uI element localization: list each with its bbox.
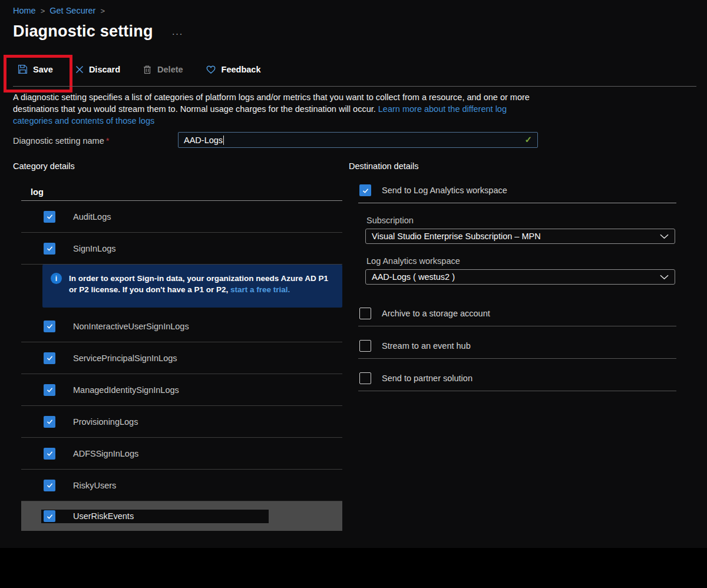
destination-option[interactable]: Archive to a storage account	[359, 308, 676, 319]
category-row[interactable]: ManagedIdentitySignInLogs	[21, 374, 342, 406]
destination-checkbox[interactable]	[359, 340, 371, 352]
discard-icon	[75, 65, 84, 74]
info-icon: i	[51, 273, 62, 284]
category-checkbox[interactable]	[44, 384, 55, 396]
breadcrumb-home[interactable]: Home	[13, 6, 36, 15]
signin-banner-text: In order to export Sign-in data, your or…	[69, 273, 334, 295]
workspace-dropdown[interactable]: AAD-Logs ( westus2 )	[365, 269, 675, 285]
category-label: ADFSSignInLogs	[73, 449, 138, 458]
discard-label: Discard	[89, 65, 120, 74]
check-icon	[46, 322, 54, 330]
breadcrumb-separator: >	[100, 6, 105, 15]
check-icon	[46, 213, 54, 220]
destination-options-list: Archive to a storage account Stream to a…	[349, 308, 676, 391]
category-checkbox[interactable]	[44, 243, 55, 255]
name-label-text: Diagnostic setting name	[13, 136, 104, 146]
log-group-header: log	[31, 187, 44, 197]
category-row[interactable]: AuditLogs	[21, 201, 342, 233]
category-row[interactable]: SignInLogs	[21, 233, 342, 265]
feedback-label: Feedback	[222, 65, 261, 74]
send-to-log-analytics-checkbox[interactable]	[359, 184, 371, 196]
check-icon	[46, 354, 54, 362]
workspace-label: Log Analytics workspace	[366, 256, 676, 266]
category-label: SignInLogs	[73, 244, 116, 253]
destination-option-label: Archive to a storage account	[382, 309, 490, 318]
category-label: ProvisioningLogs	[73, 417, 138, 427]
destination-checkbox[interactable]	[359, 372, 371, 384]
category-label: NonInteractiveUserSignInLogs	[73, 322, 189, 331]
check-icon	[362, 187, 369, 194]
free-trial-link[interactable]: start a free trial.	[230, 285, 290, 294]
category-label: AuditLogs	[73, 212, 111, 222]
delete-button[interactable]: Delete	[143, 65, 183, 74]
category-row[interactable]: ServicePrincipalSignInLogs	[21, 342, 342, 374]
category-checkbox[interactable]	[44, 352, 55, 364]
discard-button[interactable]: Discard	[75, 65, 120, 74]
save-button[interactable]: Save	[18, 64, 53, 74]
breadcrumb-separator: >	[41, 6, 45, 15]
feedback-button[interactable]: Feedback	[206, 64, 261, 74]
check-icon	[46, 481, 54, 489]
workspace-value: AAD-Logs ( westus2 )	[372, 272, 455, 282]
category-row[interactable]: RiskyUsers	[21, 470, 342, 501]
delete-icon	[143, 65, 152, 74]
destination-option-block: Archive to a storage account	[349, 308, 676, 326]
check-icon	[46, 386, 54, 394]
title-row: Diagnostic setting ···	[13, 22, 183, 41]
footer-strip	[0, 548, 707, 588]
save-label: Save	[33, 65, 53, 74]
check-icon	[46, 513, 54, 520]
name-input-value: AAD-Logs	[184, 136, 223, 145]
required-mark: *	[106, 136, 110, 146]
category-checkbox[interactable]	[44, 480, 55, 491]
destination-details-heading: Destination details	[349, 161, 676, 171]
toolbar-divider	[13, 86, 696, 87]
more-options-button[interactable]: ···	[172, 25, 184, 38]
send-to-log-analytics-label: Send to Log Analytics workspace	[382, 186, 507, 195]
category-checkbox[interactable]	[44, 510, 55, 522]
description-text: A diagnostic setting specifies a list of…	[13, 91, 538, 127]
send-to-log-analytics-option[interactable]: Send to Log Analytics workspace	[359, 184, 676, 196]
category-details-heading: Category details	[13, 161, 75, 171]
toolbar: Save Discard Delete Feedback	[18, 64, 261, 74]
destination-option[interactable]: Stream to an event hub	[359, 340, 676, 352]
category-label: ServicePrincipalSignInLogs	[73, 354, 177, 363]
check-icon	[46, 245, 54, 252]
category-label: RiskyUsers	[73, 481, 116, 490]
category-row[interactable]: UserRiskEvents	[21, 501, 342, 531]
page-title: Diagnostic setting	[13, 22, 153, 41]
valid-check-icon: ✓	[524, 134, 532, 145]
save-icon	[18, 64, 28, 74]
destination-option-label: Stream to an event hub	[382, 341, 471, 351]
category-list: AuditLogs SignInLogs i In order to expor…	[21, 200, 342, 531]
category-label: ManagedIdentitySignInLogs	[73, 385, 179, 395]
diagnostic-setting-name-input[interactable]: AAD-Logs ✓	[178, 132, 538, 148]
destination-checkbox[interactable]	[359, 308, 371, 319]
subscription-dropdown[interactable]: Visual Studio Enterprise Subscription – …	[365, 229, 675, 244]
divider	[358, 391, 676, 391]
delete-label: Delete	[157, 65, 183, 74]
destination-details-section: Destination details Send to Log Analytic…	[349, 161, 676, 405]
category-checkbox[interactable]	[44, 321, 55, 332]
subscription-value: Visual Studio Enterprise Subscription – …	[372, 232, 541, 241]
category-checkbox[interactable]	[44, 416, 55, 428]
diagnostic-setting-page: Home > Get Securer > Diagnostic setting …	[0, 0, 707, 588]
heart-icon	[206, 64, 216, 74]
category-row[interactable]: ProvisioningLogs	[21, 406, 342, 438]
check-icon	[46, 418, 54, 425]
divider	[358, 326, 676, 326]
text-caret	[223, 136, 224, 145]
divider	[358, 358, 676, 359]
destination-option-block: Stream to an event hub	[349, 340, 676, 359]
destination-option-label: Send to partner solution	[382, 374, 473, 383]
subscription-label: Subscription	[366, 216, 676, 225]
destination-option[interactable]: Send to partner solution	[359, 372, 676, 384]
category-checkbox[interactable]	[44, 211, 55, 223]
divider	[358, 203, 676, 203]
chevron-down-icon	[660, 275, 669, 280]
category-row[interactable]: NonInteractiveUserSignInLogs	[21, 310, 342, 342]
category-row[interactable]: ADFSSignInLogs	[21, 438, 342, 470]
chevron-down-icon	[660, 234, 669, 239]
category-checkbox[interactable]	[44, 448, 55, 460]
breadcrumb-get-securer[interactable]: Get Securer	[49, 6, 95, 15]
